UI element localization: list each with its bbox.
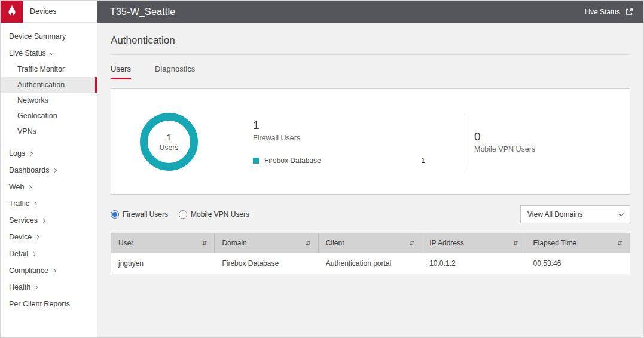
brand-label: Devices xyxy=(30,7,56,16)
sidebar-item-live-status[interactable]: Live Status xyxy=(1,45,97,62)
app-window: Devices Device Summary Live Status Traff… xyxy=(0,0,644,338)
mobile-vpn-users-count: 0 xyxy=(474,130,535,143)
sidebar-item-label: Dashboards xyxy=(9,166,49,174)
sidebar-item-geolocation[interactable]: Geolocation xyxy=(1,108,97,124)
radio-firewall-users-label[interactable]: Firewall Users xyxy=(123,210,168,219)
cell-ip-address: 10.0.1.2 xyxy=(422,253,526,274)
chevron-right-icon xyxy=(41,218,45,222)
column-header-client[interactable]: Client ⇵ xyxy=(319,233,422,253)
sidebar-item-label: Services xyxy=(9,216,38,225)
topbar: T35-W_Seattle Live Status xyxy=(97,1,643,23)
chevron-right-icon xyxy=(34,285,38,289)
sidebar-item-label: Web xyxy=(9,183,24,191)
chevron-right-icon xyxy=(29,151,33,155)
sort-icon[interactable]: ⇵ xyxy=(617,239,622,247)
dropdown-selected-value: View All Domains xyxy=(527,210,582,219)
column-label: User xyxy=(118,239,133,247)
sidebar-item-networks[interactable]: Networks xyxy=(1,93,97,108)
column-label: Client xyxy=(326,239,344,247)
radio-mobile-vpn-users-label[interactable]: Mobile VPN Users xyxy=(191,210,249,219)
sidebar-item-authentication[interactable]: Authentication xyxy=(1,77,97,93)
chevron-down-icon xyxy=(50,50,54,54)
sidebar-item-device[interactable]: Device xyxy=(1,229,97,245)
cell-elapsed-time: 00:53:46 xyxy=(526,253,630,274)
sidebar-item-logs[interactable]: Logs xyxy=(1,145,97,162)
sort-icon[interactable]: ⇵ xyxy=(202,239,207,247)
sidebar-item-label: Health xyxy=(9,283,30,291)
view-all-domains-dropdown[interactable]: View All Domains xyxy=(520,205,630,223)
sidebar-item-traffic[interactable]: Traffic xyxy=(1,195,97,212)
column-header-ip-address[interactable]: IP Address ⇵ xyxy=(422,233,526,253)
live-status-label: Live Status xyxy=(585,8,620,16)
cell-client: Authentication portal xyxy=(319,253,422,274)
sidebar-item-device-summary[interactable]: Device Summary xyxy=(1,28,97,45)
sidebar-item-label: Traffic xyxy=(9,199,29,208)
legend-value: 1 xyxy=(421,156,425,165)
cell-domain: Firebox Database xyxy=(215,253,318,274)
table-header-row: User ⇵ Domain ⇵ Client ⇵ IP Address ⇵ El… xyxy=(111,233,630,253)
firewall-users-count: 1 xyxy=(253,119,425,132)
watchguard-flame-logo[interactable] xyxy=(1,1,23,23)
sidebar-item-compliance[interactable]: Compliance xyxy=(1,262,97,279)
chevron-right-icon xyxy=(28,185,32,189)
sidebar-item-label: VPNs xyxy=(17,127,36,136)
firewall-users-block: 1 Firewall Users Firebox Database 1 xyxy=(253,119,425,165)
sidebar-nav: Device Summary Live Status Traffic Monit… xyxy=(1,23,97,312)
sidebar-item-label: Device Summary xyxy=(9,32,66,41)
sidebar-item-traffic-monitor[interactable]: Traffic Monitor xyxy=(1,62,97,77)
legend-row: Firebox Database 1 xyxy=(253,156,425,165)
card-divider xyxy=(465,114,465,169)
table-row[interactable]: jnguyen Firebox Database Authentication … xyxy=(111,253,630,274)
tab-bar: Users Diagnostics xyxy=(111,64,630,80)
donut-label: Users xyxy=(160,143,178,152)
mobile-vpn-users-label: Mobile VPN Users xyxy=(474,145,535,153)
donut-value: 1 xyxy=(166,132,171,142)
column-header-elapsed-time[interactable]: Elapsed Time ⇵ xyxy=(526,233,630,253)
sidebar-item-label: Compliance xyxy=(9,266,48,275)
mobile-vpn-users-block: 0 Mobile VPN Users xyxy=(474,130,535,153)
sidebar-item-web[interactable]: Web xyxy=(1,179,97,195)
chevron-right-icon xyxy=(35,235,39,239)
external-link-icon xyxy=(625,7,634,16)
sidebar-item-label: Geolocation xyxy=(17,112,57,120)
radio-firewall-users[interactable] xyxy=(111,210,119,219)
chevron-right-icon xyxy=(53,168,57,172)
sidebar-item-label: Networks xyxy=(17,96,48,105)
sidebar-item-vpns[interactable]: VPNs xyxy=(1,124,97,139)
sidebar-item-detail[interactable]: Detail xyxy=(1,245,97,262)
sidebar-item-per-client-reports[interactable]: Per Client Reports xyxy=(1,296,97,312)
column-label: Elapsed Time xyxy=(533,239,577,247)
firewall-users-label: Firewall Users xyxy=(253,134,425,142)
column-label: IP Address xyxy=(429,239,464,247)
chevron-right-icon xyxy=(52,268,56,272)
radio-mobile-vpn-users[interactable] xyxy=(179,210,187,219)
sidebar-item-label: Device xyxy=(9,233,32,241)
chevron-right-icon xyxy=(33,201,37,205)
column-header-user[interactable]: User ⇵ xyxy=(111,233,215,253)
sort-icon[interactable]: ⇵ xyxy=(409,239,414,247)
users-donut-chart: 1 Users xyxy=(140,113,198,171)
sidebar: Devices Device Summary Live Status Traff… xyxy=(1,1,97,337)
sidebar-item-label: Per Client Reports xyxy=(9,300,70,308)
brand-row: Devices xyxy=(1,1,97,23)
sidebar-item-label: Logs xyxy=(9,149,25,158)
flame-icon xyxy=(5,4,19,19)
column-header-domain[interactable]: Domain ⇵ xyxy=(215,233,318,253)
sort-icon[interactable]: ⇵ xyxy=(512,239,518,247)
chevron-right-icon xyxy=(32,251,36,256)
legend-label: Firebox Database xyxy=(264,156,321,165)
page-title: Authentication xyxy=(111,35,630,55)
live-status-link[interactable]: Live Status xyxy=(585,7,634,16)
chevron-down-icon xyxy=(619,211,624,216)
tab-diagnostics[interactable]: Diagnostics xyxy=(155,64,195,79)
sidebar-item-dashboards[interactable]: Dashboards xyxy=(1,162,97,179)
sidebar-item-label: Authentication xyxy=(17,81,65,89)
sort-icon[interactable]: ⇵ xyxy=(306,239,311,247)
sidebar-item-services[interactable]: Services xyxy=(1,212,97,229)
legend-color-swatch xyxy=(253,158,259,164)
tab-users[interactable]: Users xyxy=(111,64,131,79)
column-label: Domain xyxy=(222,239,246,247)
sidebar-item-health[interactable]: Health xyxy=(1,279,97,296)
users-summary-card: 1 Users 1 Firewall Users Firebox Databas… xyxy=(111,88,630,195)
sidebar-item-label: Detail xyxy=(9,250,28,258)
